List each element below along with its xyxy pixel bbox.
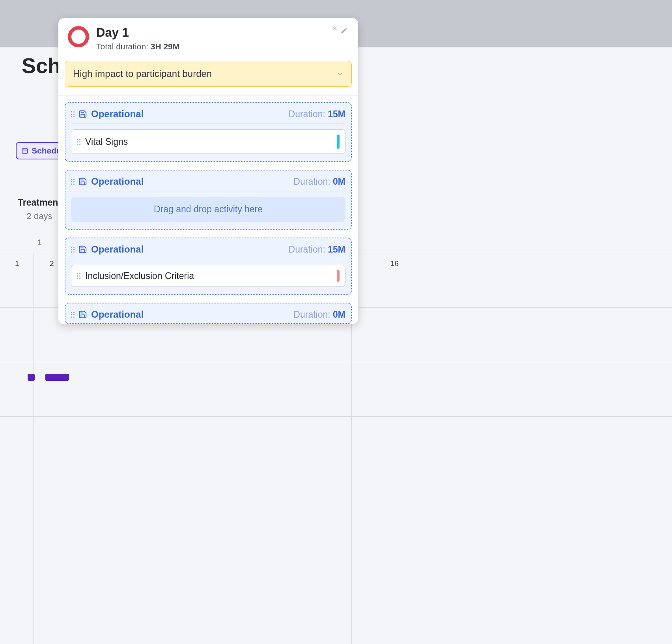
gantt-bar[interactable]: [28, 374, 35, 381]
activity-block[interactable]: Operational Duration: 0M: [65, 303, 352, 324]
block-category: Operational: [91, 176, 289, 187]
edit-icon[interactable]: [340, 26, 349, 35]
panel-header: Day 1 Total duration: 3H 29M: [58, 18, 358, 57]
gantt-bar[interactable]: [45, 374, 69, 381]
block-duration: Duration: 0M: [293, 309, 345, 320]
save-icon: [78, 310, 87, 319]
save-icon: [78, 245, 87, 254]
activity-name: Vital Signs: [85, 137, 332, 147]
column-header: Treatment 2 days: [16, 197, 63, 221]
drag-handle-icon[interactable]: [71, 179, 75, 185]
save-icon: [78, 177, 87, 186]
activity-block[interactable]: Operational Duration: 0M Drag and drop a…: [65, 170, 352, 230]
block-category: Operational: [91, 244, 285, 255]
page-backdrop: Sch Schedul Treatment 2 days 1 1 2 16 D: [0, 0, 448, 429]
block-duration: Duration: 15M: [289, 244, 345, 255]
drag-handle-icon[interactable]: [71, 312, 75, 318]
activity-item[interactable]: Vital Signs: [71, 129, 345, 154]
day-detail-panel: Day 1 Total duration: 3H 29M High impact…: [58, 18, 358, 324]
block-category: Operational: [91, 309, 289, 320]
activity-marker: [337, 270, 340, 282]
column-sub-number: 1: [16, 238, 63, 247]
grid-cell-16: 16: [390, 259, 399, 268]
activity-marker: [337, 135, 340, 149]
panel-title: Day 1: [96, 26, 331, 39]
activity-block[interactable]: Operational Duration: 15M Inclusion/Excl…: [65, 238, 352, 295]
status-ring-icon: [68, 26, 89, 47]
burden-alert[interactable]: High impact to participant burden: [65, 61, 352, 87]
grid-cell-2: 2: [50, 259, 54, 268]
save-icon: [78, 110, 87, 118]
dropzone[interactable]: Drag and drop activity here: [71, 197, 345, 222]
block-category: Operational: [91, 109, 285, 120]
activity-item[interactable]: Inclusion/Exclusion Criteria: [71, 265, 345, 287]
activity-block[interactable]: Operational Duration: 15M Vital Signs: [65, 102, 352, 162]
activity-name: Inclusion/Exclusion Criteria: [85, 271, 332, 281]
grid-cell-1: 1: [15, 259, 19, 268]
drag-handle-icon[interactable]: [71, 247, 75, 253]
blocks-container: Operational Duration: 15M Vital Signs: [58, 96, 358, 324]
column-title: Treatment: [16, 197, 63, 208]
chevron-down-icon: [336, 70, 343, 77]
page-heading-fragment: Sch: [22, 53, 61, 78]
block-duration: Duration: 15M: [289, 109, 345, 120]
drag-handle-icon[interactable]: [71, 111, 75, 117]
svg-rect-0: [22, 149, 28, 154]
alert-message: High impact to participant burden: [73, 68, 212, 79]
panel-duration: Total duration: 3H 29M: [96, 42, 331, 51]
calendar-icon: [21, 147, 28, 154]
close-icon[interactable]: [330, 24, 339, 33]
block-duration: Duration: 0M: [293, 176, 345, 187]
drag-handle-icon[interactable]: [77, 139, 80, 145]
column-subtitle: 2 days: [16, 211, 63, 221]
drag-handle-icon[interactable]: [77, 273, 80, 279]
